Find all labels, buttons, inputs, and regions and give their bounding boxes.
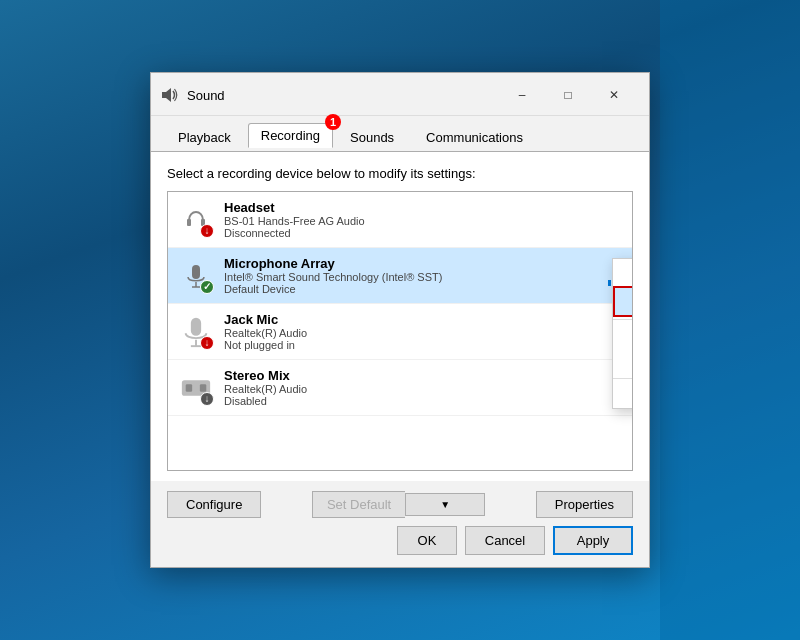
microphone-status-dot: ✓ xyxy=(200,280,214,294)
headset-name: Headset xyxy=(224,200,622,215)
tab-playback[interactable]: Playback xyxy=(163,123,246,152)
tab-bar: Playback Recording 1 Sounds Communicatio… xyxy=(151,116,649,152)
context-divider-2 xyxy=(613,378,633,379)
dialog-buttons-row: OK Cancel Apply xyxy=(167,526,633,555)
set-default-group: Set Default ▼ xyxy=(312,491,485,518)
microphone-array-status: Default Device xyxy=(224,283,602,295)
svg-rect-0 xyxy=(162,92,166,98)
titlebar-buttons: – □ ✕ xyxy=(499,81,637,109)
configure-button[interactable]: Configure xyxy=(167,491,261,518)
device-stereo-mix[interactable]: ↓ Stereo Mix Realtek(R) Audio Disabled xyxy=(168,360,632,416)
microphone-array-name: Microphone Array xyxy=(224,256,602,271)
stereo-mix-status: Disabled xyxy=(224,395,622,407)
minimize-button[interactable]: – xyxy=(499,81,545,109)
jack-mic-desc: Realtek(R) Audio xyxy=(224,327,622,339)
context-properties[interactable]: Properties xyxy=(613,381,633,408)
jack-mic-info: Jack Mic Realtek(R) Audio Not plugged in xyxy=(224,312,622,351)
svg-rect-4 xyxy=(192,265,200,279)
cancel-button[interactable]: Cancel xyxy=(465,526,545,555)
tab-recording[interactable]: Recording xyxy=(248,123,333,148)
action-buttons-row: Configure Set Default ▼ Properties xyxy=(167,491,633,518)
context-show-disconnected[interactable]: ✓ Show Disconnected Devices xyxy=(613,349,633,376)
context-show-disabled[interactable]: ✓ Show Disabled Devices xyxy=(613,322,633,349)
apply-button[interactable]: Apply xyxy=(553,526,633,555)
sound-dialog: Sound – □ ✕ Playback Recording 1 Sounds … xyxy=(150,72,650,568)
device-jack-mic[interactable]: ↓ Jack Mic Realtek(R) Audio Not plugged … xyxy=(168,304,632,360)
instruction-text: Select a recording device below to modif… xyxy=(167,166,633,181)
window-title: Sound xyxy=(187,88,499,103)
headset-status-dot: ↓ xyxy=(200,224,214,238)
headset-status: Disconnected xyxy=(224,227,622,239)
set-default-button[interactable]: Set Default xyxy=(312,491,405,518)
device-headset[interactable]: ↓ Headset BS-01 Hands-Free AG Audio Disc… xyxy=(168,192,632,248)
device-microphone-array[interactable]: ✓ Microphone Array Intel® Smart Sound Te… xyxy=(168,248,632,304)
ok-button[interactable]: OK xyxy=(397,526,457,555)
context-configure-speech[interactable]: Configure Speech Recognition xyxy=(613,259,633,286)
svg-rect-11 xyxy=(186,384,192,392)
context-divider xyxy=(613,319,633,320)
tab-communications[interactable]: Communications xyxy=(411,123,538,152)
stereo-mix-info: Stereo Mix Realtek(R) Audio Disabled xyxy=(224,368,622,407)
microphone-array-desc: Intel® Smart Sound Technology (Intel® SS… xyxy=(224,271,602,283)
signal-bar-1 xyxy=(608,280,611,286)
jack-mic-name: Jack Mic xyxy=(224,312,622,327)
svg-rect-2 xyxy=(187,219,191,226)
jack-mic-icon: ↓ xyxy=(178,314,214,350)
headset-info: Headset BS-01 Hands-Free AG Audio Discon… xyxy=(224,200,622,239)
device-list[interactable]: ↓ Headset BS-01 Hands-Free AG Audio Disc… xyxy=(167,191,633,471)
headset-icon: ↓ xyxy=(178,202,214,238)
bottom-area: Configure Set Default ▼ Properties OK Ca… xyxy=(151,481,649,567)
svg-rect-7 xyxy=(191,317,201,335)
desktop-right-panel xyxy=(660,0,800,640)
svg-marker-1 xyxy=(166,88,171,102)
set-default-arrow-button[interactable]: ▼ xyxy=(405,493,485,516)
headset-desc: BS-01 Hands-Free AG Audio xyxy=(224,215,622,227)
titlebar: Sound – □ ✕ xyxy=(151,73,649,116)
properties-button[interactable]: Properties xyxy=(536,491,633,518)
stereo-mix-status-dot: ↓ xyxy=(200,392,214,406)
maximize-button[interactable]: □ xyxy=(545,81,591,109)
stereo-mix-icon: ↓ xyxy=(178,370,214,406)
jack-mic-status-dot: ↓ xyxy=(200,336,214,350)
jack-mic-status: Not plugged in xyxy=(224,339,622,351)
microphone-icon: ✓ xyxy=(178,258,214,294)
tab-sounds[interactable]: Sounds xyxy=(335,123,409,152)
stereo-mix-desc: Realtek(R) Audio xyxy=(224,383,622,395)
sound-icon xyxy=(161,86,179,104)
context-disable[interactable]: Disable xyxy=(613,286,633,317)
microphone-array-info: Microphone Array Intel® Smart Sound Tech… xyxy=(224,256,602,295)
context-menu: 2 Configure Speech Recognition Disable ✓… xyxy=(612,258,633,409)
stereo-mix-name: Stereo Mix xyxy=(224,368,622,383)
svg-rect-12 xyxy=(200,384,206,392)
close-button[interactable]: ✕ xyxy=(591,81,637,109)
dialog-content: Select a recording device below to modif… xyxy=(151,152,649,481)
